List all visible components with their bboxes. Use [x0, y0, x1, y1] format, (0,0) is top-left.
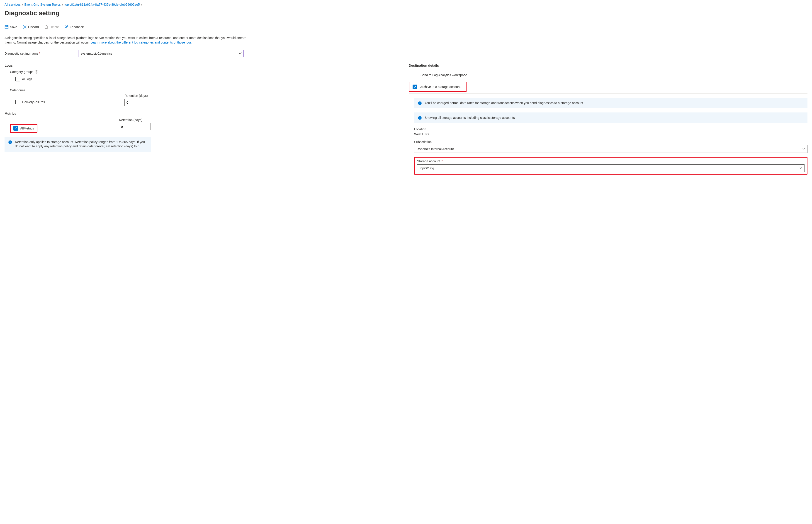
required-asterisk: * [39, 52, 40, 55]
category-groups-label: Category groups i [10, 70, 403, 74]
retention-input-delivery[interactable] [125, 99, 156, 106]
retention-label-2: Retention (days) [119, 118, 151, 122]
left-column: Logs Category groups i allLogs Categorie… [4, 64, 403, 175]
retention-info-banner: Retention only applies to storage accoun… [4, 137, 151, 152]
svg-rect-13 [419, 103, 420, 104]
subscription-value: Roberto's Internal Account [417, 147, 454, 151]
svg-rect-16 [419, 118, 420, 119]
showing-info-banner: Showing all storage accounts including c… [414, 113, 808, 124]
breadcrumb: All services › Event Grid System Topics … [4, 3, 808, 6]
input-check-icon[interactable] [239, 51, 242, 55]
all-metrics-highlight: AllMetrics [10, 124, 37, 133]
delivery-failures-label[interactable]: DeliveryFailures [22, 100, 45, 104]
svg-rect-2 [6, 26, 7, 26]
svg-point-14 [419, 102, 420, 102]
storage-account-value: topic01stg [419, 166, 434, 170]
breadcrumb-item-all-services[interactable]: All services [4, 3, 21, 6]
destination-heading: Destination details [409, 64, 808, 67]
subscription-label: Subscription [414, 140, 808, 144]
info-icon [418, 101, 422, 105]
learn-more-link[interactable]: Learn more about the different log categ… [90, 40, 192, 44]
feedback-button[interactable]: Feedback [64, 25, 84, 29]
trash-icon [44, 25, 48, 29]
breadcrumb-sep: › [62, 3, 63, 6]
archive-storage-highlight: Archive to a storage account [409, 82, 466, 92]
charge-note-text: You'll be charged normal data rates for … [425, 101, 584, 105]
delivery-failures-checkbox[interactable] [15, 100, 20, 104]
feedback-icon [64, 25, 68, 29]
retention-note-text: Retention only applies to storage accoun… [15, 140, 147, 149]
all-logs-checkbox[interactable] [15, 77, 20, 81]
logs-heading: Logs [4, 64, 403, 67]
svg-rect-10 [10, 142, 11, 143]
discard-button[interactable]: Discard [23, 25, 39, 29]
send-workspace-label[interactable]: Send to Log Analytics workspace [420, 73, 467, 77]
setting-name-row: Diagnostic setting name* [4, 50, 808, 57]
setting-name-label: Diagnostic setting name* [4, 52, 78, 55]
storage-account-highlight: Storage account * topic01stg [414, 157, 808, 175]
metrics-heading: Metrics [4, 112, 403, 115]
right-column: Destination details Send to Log Analytic… [409, 64, 808, 175]
all-metrics-checkbox[interactable] [13, 126, 18, 131]
location-label: Location [414, 128, 808, 131]
info-icon [418, 116, 422, 120]
page-title: Diagnostic setting [4, 10, 60, 17]
charge-info-banner: You'll be charged normal data rates for … [414, 98, 808, 109]
feedback-label: Feedback [70, 25, 84, 29]
send-workspace-checkbox[interactable] [413, 73, 417, 77]
save-icon [4, 25, 9, 29]
divider [10, 85, 150, 85]
discard-label: Discard [28, 25, 39, 29]
breadcrumb-sep: › [22, 3, 23, 6]
storage-account-label: Storage account * [417, 159, 805, 163]
info-icon [8, 140, 12, 144]
setting-name-input[interactable] [78, 50, 244, 57]
description-text: A diagnostic setting specifies a list of… [4, 36, 254, 45]
retention-input-metrics[interactable] [119, 123, 151, 130]
breadcrumb-sep: › [141, 3, 142, 6]
chevron-down-icon [802, 147, 805, 151]
archive-storage-label[interactable]: Archive to a storage account [420, 85, 460, 89]
send-workspace-row: Send to Log Analytics workspace [409, 70, 808, 80]
archive-storage-checkbox[interactable] [413, 85, 417, 89]
breadcrumb-item-topic-id[interactable]: topic01stg-811a624a-8a77-437e-89de-dfeb5… [64, 3, 139, 6]
delete-label: Delete [50, 25, 59, 29]
retention-label-1: Retention (days) [125, 94, 156, 98]
svg-point-8 [65, 26, 66, 27]
breadcrumb-item-topics[interactable]: Event Grid System Topics [24, 3, 61, 6]
svg-rect-1 [6, 26, 7, 27]
location-value: West US 2 [414, 132, 808, 136]
close-icon [23, 25, 27, 29]
categories-label: Categories [10, 88, 403, 92]
storage-account-select[interactable]: topic01stg [417, 164, 805, 172]
info-icon[interactable]: i [35, 70, 38, 73]
save-label: Save [10, 25, 17, 29]
showing-note-text: Showing all storage accounts including c… [425, 116, 515, 120]
svg-point-17 [419, 117, 420, 117]
all-logs-label[interactable]: allLogs [22, 77, 32, 81]
all-metrics-label[interactable]: AllMetrics [20, 127, 34, 130]
delete-button: Delete [44, 25, 59, 29]
subscription-select[interactable]: Roberto's Internal Account [414, 145, 808, 153]
save-button[interactable]: Save [4, 25, 17, 29]
required-asterisk: * [441, 159, 443, 163]
svg-point-11 [10, 141, 11, 141]
chevron-down-icon [799, 166, 802, 170]
page-title-row: Diagnostic setting ··· [4, 10, 808, 17]
toolbar: Save Discard Delete Feedback [4, 25, 808, 32]
svg-rect-5 [45, 26, 47, 29]
more-options-button[interactable]: ··· [63, 11, 67, 15]
svg-rect-0 [5, 26, 9, 29]
all-logs-row: allLogs [10, 76, 403, 83]
